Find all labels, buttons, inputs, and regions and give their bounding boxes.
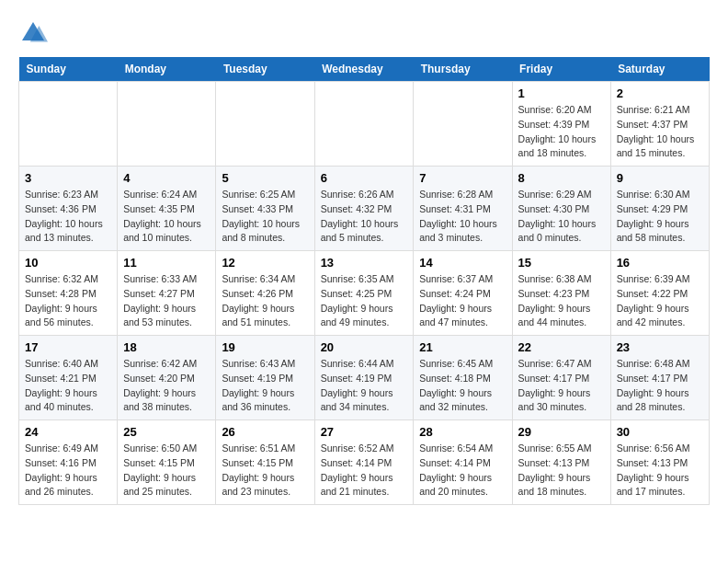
- day-info: Sunrise: 6:26 AM Sunset: 4:32 PM Dayligh…: [321, 188, 408, 246]
- day-number: 1: [518, 86, 605, 100]
- day-info: Sunrise: 6:39 AM Sunset: 4:22 PM Dayligh…: [617, 272, 703, 330]
- day-number: 30: [617, 425, 703, 439]
- day-info: Sunrise: 6:20 AM Sunset: 4:39 PM Dayligh…: [518, 103, 605, 161]
- calendar-cell: 9Sunrise: 6:30 AM Sunset: 4:29 PM Daylig…: [610, 167, 709, 251]
- day-info: Sunrise: 6:55 AM Sunset: 4:13 PM Dayligh…: [518, 442, 605, 500]
- calendar-header-saturday: Saturday: [610, 57, 709, 82]
- day-number: 29: [518, 425, 605, 439]
- day-number: 6: [321, 171, 408, 185]
- day-number: 10: [25, 256, 111, 270]
- day-number: 17: [25, 340, 111, 354]
- day-number: 20: [321, 340, 408, 354]
- day-number: 2: [617, 86, 703, 100]
- day-info: Sunrise: 6:37 AM Sunset: 4:24 PM Dayligh…: [419, 272, 506, 330]
- day-info: Sunrise: 6:34 AM Sunset: 4:26 PM Dayligh…: [222, 272, 308, 330]
- day-info: Sunrise: 6:47 AM Sunset: 4:17 PM Dayligh…: [518, 357, 605, 415]
- calendar-cell: 28Sunrise: 6:54 AM Sunset: 4:14 PM Dayli…: [414, 420, 512, 505]
- calendar-week-row: 24Sunrise: 6:49 AM Sunset: 4:16 PM Dayli…: [19, 420, 710, 505]
- day-number: 15: [518, 256, 605, 270]
- calendar-cell: 30Sunrise: 6:56 AM Sunset: 4:13 PM Dayli…: [610, 420, 709, 505]
- calendar-cell: [118, 82, 216, 167]
- calendar-cell: 25Sunrise: 6:50 AM Sunset: 4:15 PM Dayli…: [118, 420, 216, 505]
- calendar-cell: 17Sunrise: 6:40 AM Sunset: 4:21 PM Dayli…: [19, 336, 118, 420]
- day-info: Sunrise: 6:30 AM Sunset: 4:29 PM Dayligh…: [617, 188, 703, 246]
- day-number: 28: [419, 425, 506, 439]
- day-info: Sunrise: 6:32 AM Sunset: 4:28 PM Dayligh…: [25, 272, 111, 330]
- day-number: 8: [518, 171, 605, 185]
- calendar-cell: [314, 82, 414, 167]
- day-number: 7: [419, 171, 506, 185]
- calendar-cell: [19, 82, 118, 167]
- day-number: 22: [518, 340, 605, 354]
- calendar-header-wednesday: Wednesday: [314, 57, 414, 82]
- calendar-header-tuesday: Tuesday: [216, 57, 314, 82]
- day-number: 19: [222, 340, 308, 354]
- day-info: Sunrise: 6:38 AM Sunset: 4:23 PM Dayligh…: [518, 272, 605, 330]
- day-number: 26: [222, 425, 308, 439]
- day-info: Sunrise: 6:45 AM Sunset: 4:18 PM Dayligh…: [419, 357, 506, 415]
- calendar-cell: 29Sunrise: 6:55 AM Sunset: 4:13 PM Dayli…: [512, 420, 610, 505]
- day-number: 13: [321, 256, 408, 270]
- calendar-cell: [216, 82, 314, 167]
- logo: [18, 18, 51, 48]
- calendar-cell: 16Sunrise: 6:39 AM Sunset: 4:22 PM Dayli…: [610, 251, 709, 336]
- day-info: Sunrise: 6:51 AM Sunset: 4:15 PM Dayligh…: [222, 442, 308, 500]
- day-info: Sunrise: 6:56 AM Sunset: 4:13 PM Dayligh…: [617, 442, 703, 500]
- day-info: Sunrise: 6:40 AM Sunset: 4:21 PM Dayligh…: [25, 357, 111, 415]
- calendar-cell: 3Sunrise: 6:23 AM Sunset: 4:36 PM Daylig…: [19, 167, 118, 251]
- calendar-cell: 12Sunrise: 6:34 AM Sunset: 4:26 PM Dayli…: [216, 251, 314, 336]
- day-info: Sunrise: 6:43 AM Sunset: 4:19 PM Dayligh…: [222, 357, 308, 415]
- day-info: Sunrise: 6:49 AM Sunset: 4:16 PM Dayligh…: [25, 442, 111, 500]
- day-info: Sunrise: 6:54 AM Sunset: 4:14 PM Dayligh…: [419, 442, 506, 500]
- day-info: Sunrise: 6:28 AM Sunset: 4:31 PM Dayligh…: [419, 188, 506, 246]
- calendar-cell: 23Sunrise: 6:48 AM Sunset: 4:17 PM Dayli…: [610, 336, 709, 420]
- calendar-header-sunday: Sunday: [19, 57, 118, 82]
- calendar-cell: 22Sunrise: 6:47 AM Sunset: 4:17 PM Dayli…: [512, 336, 610, 420]
- day-number: 27: [321, 425, 408, 439]
- calendar-cell: 2Sunrise: 6:21 AM Sunset: 4:37 PM Daylig…: [610, 82, 709, 167]
- day-number: 5: [222, 171, 308, 185]
- day-number: 14: [419, 256, 506, 270]
- calendar-week-row: 3Sunrise: 6:23 AM Sunset: 4:36 PM Daylig…: [19, 167, 710, 251]
- calendar-cell: 18Sunrise: 6:42 AM Sunset: 4:20 PM Dayli…: [118, 336, 216, 420]
- calendar-week-row: 10Sunrise: 6:32 AM Sunset: 4:28 PM Dayli…: [19, 251, 710, 336]
- calendar-cell: 19Sunrise: 6:43 AM Sunset: 4:19 PM Dayli…: [216, 336, 314, 420]
- calendar-header-thursday: Thursday: [414, 57, 512, 82]
- day-info: Sunrise: 6:48 AM Sunset: 4:17 PM Dayligh…: [617, 357, 703, 415]
- day-info: Sunrise: 6:42 AM Sunset: 4:20 PM Dayligh…: [123, 357, 210, 415]
- calendar-cell: 24Sunrise: 6:49 AM Sunset: 4:16 PM Dayli…: [19, 420, 118, 505]
- day-info: Sunrise: 6:35 AM Sunset: 4:25 PM Dayligh…: [321, 272, 408, 330]
- calendar-cell: 13Sunrise: 6:35 AM Sunset: 4:25 PM Dayli…: [314, 251, 414, 336]
- calendar-cell: 1Sunrise: 6:20 AM Sunset: 4:39 PM Daylig…: [512, 82, 610, 167]
- calendar-header-friday: Friday: [512, 57, 610, 82]
- day-number: 23: [617, 340, 703, 354]
- calendar-cell: 4Sunrise: 6:24 AM Sunset: 4:35 PM Daylig…: [118, 167, 216, 251]
- day-number: 12: [222, 256, 308, 270]
- calendar-cell: 14Sunrise: 6:37 AM Sunset: 4:24 PM Dayli…: [414, 251, 512, 336]
- day-info: Sunrise: 6:24 AM Sunset: 4:35 PM Dayligh…: [123, 188, 210, 246]
- calendar-cell: 10Sunrise: 6:32 AM Sunset: 4:28 PM Dayli…: [19, 251, 118, 336]
- day-info: Sunrise: 6:33 AM Sunset: 4:27 PM Dayligh…: [123, 272, 210, 330]
- day-info: Sunrise: 6:50 AM Sunset: 4:15 PM Dayligh…: [123, 442, 210, 500]
- day-number: 24: [25, 425, 111, 439]
- calendar-cell: 15Sunrise: 6:38 AM Sunset: 4:23 PM Dayli…: [512, 251, 610, 336]
- day-number: 4: [123, 171, 210, 185]
- calendar-cell: 5Sunrise: 6:25 AM Sunset: 4:33 PM Daylig…: [216, 167, 314, 251]
- calendar-week-row: 17Sunrise: 6:40 AM Sunset: 4:21 PM Dayli…: [19, 336, 710, 420]
- day-number: 3: [25, 171, 111, 185]
- day-info: Sunrise: 6:25 AM Sunset: 4:33 PM Dayligh…: [222, 188, 308, 246]
- day-number: 11: [123, 256, 210, 270]
- calendar-header-monday: Monday: [118, 57, 216, 82]
- day-info: Sunrise: 6:44 AM Sunset: 4:19 PM Dayligh…: [321, 357, 408, 415]
- calendar-cell: 21Sunrise: 6:45 AM Sunset: 4:18 PM Dayli…: [414, 336, 512, 420]
- calendar-header-row: SundayMondayTuesdayWednesdayThursdayFrid…: [19, 57, 710, 82]
- calendar-cell: 11Sunrise: 6:33 AM Sunset: 4:27 PM Dayli…: [118, 251, 216, 336]
- calendar-cell: 7Sunrise: 6:28 AM Sunset: 4:31 PM Daylig…: [414, 167, 512, 251]
- calendar-cell: 8Sunrise: 6:29 AM Sunset: 4:30 PM Daylig…: [512, 167, 610, 251]
- day-number: 21: [419, 340, 506, 354]
- page-header: [18, 18, 710, 48]
- logo-icon: [18, 18, 48, 48]
- day-info: Sunrise: 6:52 AM Sunset: 4:14 PM Dayligh…: [321, 442, 408, 500]
- calendar-cell: 27Sunrise: 6:52 AM Sunset: 4:14 PM Dayli…: [314, 420, 414, 505]
- calendar-cell: 6Sunrise: 6:26 AM Sunset: 4:32 PM Daylig…: [314, 167, 414, 251]
